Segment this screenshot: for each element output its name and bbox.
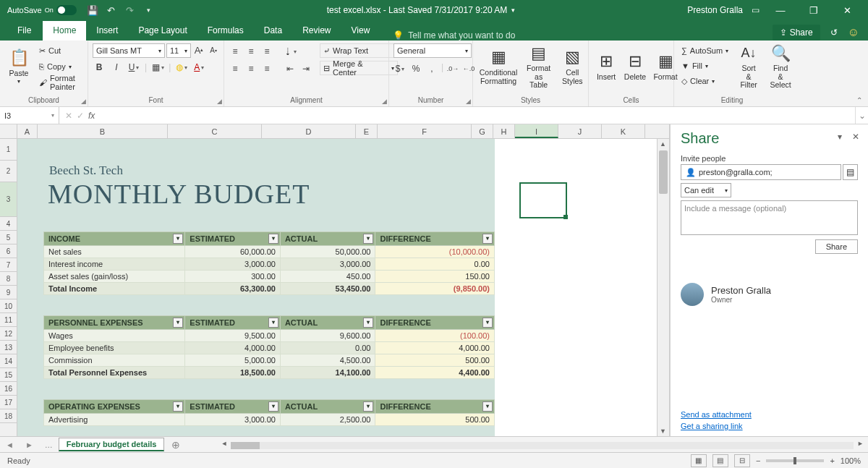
redo-icon[interactable]: ↷ bbox=[124, 4, 136, 16]
scroll-up-icon[interactable]: ▲ bbox=[660, 140, 666, 148]
percent-icon[interactable]: % bbox=[409, 62, 422, 75]
expand-formula-bar-icon[interactable]: ⌄ bbox=[855, 107, 868, 124]
share-button[interactable]: ⇪ Share bbox=[773, 25, 820, 41]
send-attachment-link[interactable]: Send as attachment bbox=[681, 410, 752, 419]
sheet-tab-active[interactable]: February budget details bbox=[59, 438, 165, 451]
row-header-1[interactable]: 1 bbox=[0, 139, 17, 161]
autosum-button[interactable]: ∑AutoSum▾ bbox=[678, 43, 731, 58]
filter-icon[interactable]: ▾ bbox=[268, 318, 278, 328]
filter-icon[interactable]: ▾ bbox=[173, 318, 183, 328]
filter-icon[interactable]: ▾ bbox=[363, 318, 373, 328]
cut-button[interactable]: ✂Cut bbox=[36, 43, 83, 58]
col-header-K[interactable]: K bbox=[602, 124, 645, 138]
filter-icon[interactable]: ▾ bbox=[482, 318, 493, 328]
filter-icon[interactable]: ▾ bbox=[173, 234, 183, 244]
row-header-8[interactable]: 8 bbox=[0, 272, 17, 286]
col-header-I[interactable]: I bbox=[515, 124, 558, 138]
cell-styles-button[interactable]: ▧Cell Styles bbox=[558, 42, 587, 91]
maximize-button[interactable]: ❐ bbox=[801, 5, 826, 16]
zoom-out-icon[interactable]: − bbox=[756, 456, 760, 465]
autosave-toggle[interactable]: AutoSave On bbox=[3, 5, 81, 15]
row-header-17[interactable]: 17 bbox=[0, 396, 17, 409]
format-painter-button[interactable]: 🖌Format Painter bbox=[36, 75, 83, 90]
font-size-select[interactable]: 11▾ bbox=[166, 43, 191, 58]
row-header-9[interactable]: 9 bbox=[0, 286, 17, 299]
align-top-icon[interactable]: ≡ bbox=[229, 45, 242, 58]
borders-icon[interactable]: ▦ bbox=[151, 61, 164, 74]
tab-insert[interactable]: Insert bbox=[86, 21, 128, 41]
row-header-10[interactable]: 10 bbox=[0, 299, 17, 313]
filter-icon[interactable]: ▾ bbox=[268, 401, 278, 412]
row-header-2[interactable]: 2 bbox=[0, 161, 17, 182]
selected-cell[interactable] bbox=[519, 182, 567, 218]
toggle-icon[interactable] bbox=[56, 5, 77, 15]
fill-button[interactable]: ▼Fill▾ bbox=[678, 59, 731, 73]
format-as-table-button[interactable]: ▤Format as Table bbox=[522, 42, 555, 91]
col-header-G[interactable]: G bbox=[472, 124, 493, 138]
table-row[interactable]: Asset sales (gain/loss)300.00450.00150.0… bbox=[44, 271, 495, 283]
col-header-C[interactable]: C bbox=[168, 124, 262, 138]
number-launcher-icon[interactable]: ◢ bbox=[466, 98, 471, 105]
align-middle-icon[interactable]: ≡ bbox=[244, 45, 258, 58]
shrink-font-icon[interactable]: A▾ bbox=[207, 43, 220, 56]
bold-icon[interactable]: B bbox=[93, 61, 106, 74]
row-header-12[interactable]: 12 bbox=[0, 327, 17, 341]
table-header[interactable]: ACTUAL▾ bbox=[280, 232, 375, 246]
invite-people-input[interactable]: 👤preston@gralla.com; bbox=[681, 164, 841, 180]
row-header-13[interactable]: 13 bbox=[0, 341, 17, 354]
find-select-button[interactable]: 🔍Find & Select bbox=[766, 42, 795, 91]
tab-review[interactable]: Review bbox=[292, 21, 341, 41]
table-header[interactable]: INCOME▾ bbox=[44, 232, 185, 246]
close-pane-icon[interactable]: ✕ bbox=[852, 132, 859, 142]
share-message-input[interactable]: Include a message (optional) bbox=[681, 200, 858, 235]
tell-me-search[interactable]: 💡 Tell me what you want to do bbox=[380, 30, 515, 41]
alignment-launcher-icon[interactable]: ◢ bbox=[382, 98, 387, 105]
insert-cells-button[interactable]: ⊞Insert bbox=[593, 42, 619, 91]
delete-cells-button[interactable]: ⊟Delete bbox=[622, 42, 648, 91]
enter-formula-icon[interactable]: ✓ bbox=[77, 111, 84, 121]
align-center-icon[interactable]: ≡ bbox=[244, 62, 258, 75]
user-name[interactable]: Preston Gralla bbox=[687, 5, 743, 15]
filter-icon[interactable]: ▾ bbox=[268, 234, 278, 244]
col-header-J[interactable]: J bbox=[558, 124, 602, 138]
scroll-left-icon[interactable]: ◄ bbox=[221, 440, 227, 447]
filter-icon[interactable]: ▾ bbox=[173, 401, 183, 412]
cancel-formula-icon[interactable]: ✕ bbox=[65, 111, 72, 121]
table-row[interactable]: Interest income3,000.003,000.000.00 bbox=[44, 258, 495, 271]
table-row[interactable]: Employee benefits4,000.000.004,000.00 bbox=[44, 342, 495, 354]
get-sharing-link[interactable]: Get a sharing link bbox=[681, 422, 752, 430]
customize-qat-icon[interactable]: ▾ bbox=[143, 4, 155, 16]
table-header[interactable]: ESTIMATED▾ bbox=[185, 316, 281, 330]
merge-center-button[interactable]: ⊟Merge & Center▾ bbox=[320, 61, 398, 75]
fx-icon[interactable]: fx bbox=[88, 111, 95, 121]
total-row[interactable]: Total Personnel Expenses18,500.0014,100.… bbox=[44, 367, 495, 379]
filter-icon[interactable]: ▾ bbox=[482, 401, 493, 412]
clear-button[interactable]: ◇Clear▾ bbox=[678, 74, 731, 88]
decrease-indent-icon[interactable]: ⇤ bbox=[284, 62, 297, 75]
table-row[interactable]: Advertising3,000.002,500.00500.00 bbox=[44, 414, 495, 426]
table-row[interactable]: Wages9,500.009,600.00(100.00) bbox=[44, 330, 495, 342]
row-header-14[interactable]: 14 bbox=[0, 354, 17, 368]
copy-button[interactable]: ⎘Copy▾ bbox=[36, 59, 83, 74]
row-header-3[interactable]: 3 bbox=[0, 182, 17, 217]
align-left-icon[interactable]: ≡ bbox=[229, 62, 242, 75]
wrap-text-button[interactable]: ⤶Wrap Text bbox=[320, 43, 398, 58]
hscroll-thumb[interactable] bbox=[231, 442, 260, 449]
close-button[interactable]: ✕ bbox=[835, 5, 859, 16]
add-sheet-icon[interactable]: ⊕ bbox=[164, 439, 187, 451]
orientation-icon[interactable]: ⭭ bbox=[284, 45, 297, 58]
name-box[interactable]: I3▾ bbox=[0, 107, 59, 124]
align-bottom-icon[interactable]: ≡ bbox=[260, 45, 273, 58]
scroll-thumb[interactable] bbox=[659, 150, 668, 194]
normal-view-icon[interactable]: ▦ bbox=[691, 454, 707, 467]
table-header[interactable]: DIFFERENCE▾ bbox=[375, 316, 495, 330]
tab-home[interactable]: Home bbox=[43, 21, 86, 41]
page-break-view-icon[interactable]: ⊟ bbox=[734, 454, 750, 467]
table-header[interactable]: OPERATING EXPENSES▾ bbox=[44, 400, 185, 414]
table-header[interactable]: ESTIMATED▾ bbox=[185, 232, 281, 246]
horizontal-scrollbar[interactable]: ◄ ► bbox=[231, 441, 854, 449]
select-all-corner[interactable] bbox=[0, 124, 17, 138]
table-header[interactable]: DIFFERENCE▾ bbox=[375, 400, 495, 414]
tab-nav-prev-icon[interactable]: ◄ bbox=[0, 441, 20, 449]
save-icon[interactable]: 💾 bbox=[87, 4, 98, 16]
